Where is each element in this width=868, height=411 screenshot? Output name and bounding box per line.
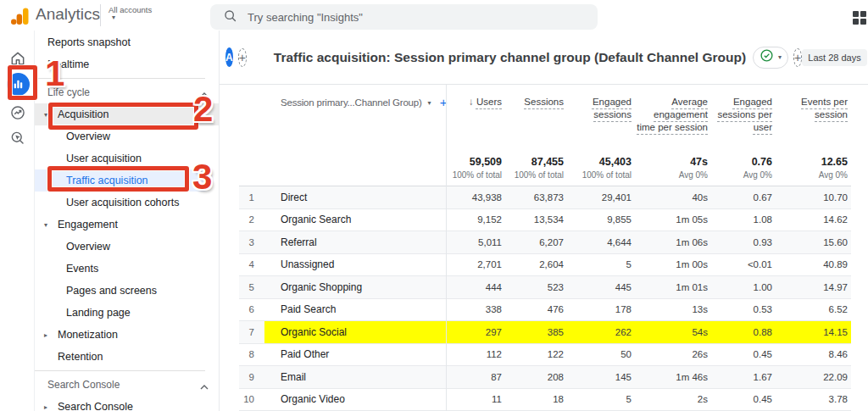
sidebar-item-label: Overview bbox=[66, 241, 110, 253]
sidebar-item-label: Reports snapshot bbox=[47, 36, 131, 48]
report-header: A + Traffic acquisition: Session primary… bbox=[220, 31, 868, 85]
chevron-right-icon[interactable]: ▸ bbox=[44, 331, 47, 339]
metric-value: 5 bbox=[567, 254, 635, 276]
chevron-down-icon[interactable]: ▾ bbox=[44, 221, 47, 229]
sidebar-item-label: Retention bbox=[58, 351, 103, 363]
column-total-value: 0.76 bbox=[711, 156, 772, 168]
column-header-engaged-sessions[interactable]: Engaged sessions45,403100% of total bbox=[567, 85, 635, 186]
metric-value: 122 bbox=[505, 344, 567, 366]
column-header-sessions[interactable]: Sessions87,455100% of total bbox=[505, 85, 567, 186]
explore-icon[interactable] bbox=[8, 129, 27, 147]
sidebar-item-retention[interactable]: Retention bbox=[35, 346, 219, 368]
row-number: 3 bbox=[239, 231, 264, 253]
table-row-organic-search: 2Organic Search9,15213,5349,8551m 05s1.0… bbox=[239, 209, 851, 232]
channel-name: Email bbox=[264, 366, 446, 388]
channel-name: Referral bbox=[264, 231, 446, 253]
sidebar-item-label: Life cycle bbox=[47, 86, 90, 98]
add-report-button[interactable]: + bbox=[793, 48, 802, 67]
sidebar-item-life-cycle[interactable]: Life cycle bbox=[35, 81, 219, 103]
channel-name: Organic Shopping bbox=[264, 276, 446, 298]
metric-value: 0.88 bbox=[711, 321, 776, 343]
table-row-organic-social: 7Organic Social29738526254s0.8814.15 bbox=[239, 321, 851, 344]
search-placeholder: Try searching "Insights" bbox=[248, 11, 363, 24]
reports-icon[interactable] bbox=[7, 73, 30, 96]
traffic-acquisition-table: Session primary...Channel Group) ▾ + ↓ U… bbox=[239, 85, 851, 411]
table-row-paid-search: 6Paid Search33847617813s0.536.52 bbox=[239, 299, 851, 322]
metric-value: 26s bbox=[635, 344, 711, 366]
app-window: Analytics All accounts ▾ Try searching "… bbox=[0, 0, 868, 411]
sidebar-item-engagement[interactable]: ▾Engagement bbox=[35, 214, 219, 236]
row-number: 9 bbox=[239, 366, 264, 388]
metric-value: 0.45 bbox=[711, 344, 776, 366]
column-total-subtext: Avg 0% bbox=[711, 170, 772, 180]
chevron-right-icon[interactable]: ▸ bbox=[44, 403, 47, 411]
metric-value: 40.89 bbox=[776, 254, 851, 276]
sidebar-item-pages-and-screens[interactable]: Pages and screens bbox=[35, 280, 219, 302]
sidebar-item-traffic-acquisition[interactable]: Traffic acquisition bbox=[35, 169, 214, 192]
search-icon bbox=[223, 8, 237, 26]
chevron-down-icon: ▾ bbox=[112, 15, 152, 20]
metric-value: 1m 00s bbox=[635, 254, 711, 276]
column-header-label: Engaged sessions per user bbox=[711, 96, 772, 134]
report-status-dropdown[interactable]: ▾ bbox=[753, 47, 788, 69]
sidebar-item-search-console[interactable]: Search Console bbox=[35, 374, 219, 396]
home-icon[interactable] bbox=[8, 49, 27, 68]
sidebar-item-user-acquisition[interactable]: User acquisition bbox=[35, 147, 219, 169]
metric-value: 5 bbox=[567, 389, 635, 411]
add-comparison-button[interactable]: + bbox=[238, 48, 247, 67]
avatar[interactable]: A bbox=[225, 47, 233, 67]
table-row-referral: 3Referral5,0116,2074,6441m 06s0.9315.60 bbox=[239, 231, 851, 254]
column-header-average-engagement-time-per-session[interactable]: Average engagement time per session47sAv… bbox=[635, 85, 711, 186]
column-header-users[interactable]: ↓ Users59,509100% of total bbox=[446, 85, 505, 186]
column-header-text: Sessions bbox=[524, 97, 564, 107]
column-header-text: Engaged sessions bbox=[593, 97, 632, 119]
nav-divider bbox=[35, 370, 205, 371]
column-header-events-per-session[interactable]: Events per session12.65Avg 0% bbox=[776, 85, 851, 186]
dimension-header-dropdown[interactable]: Session primary...Channel Group) ▾ + bbox=[239, 85, 446, 186]
column-totals: 87,455100% of total bbox=[505, 156, 564, 180]
chevron-up-icon[interactable] bbox=[200, 380, 209, 392]
metric-value: 13s bbox=[635, 299, 711, 321]
google-analytics-logo-icon[interactable] bbox=[10, 6, 31, 30]
sidebar-item-realtime[interactable]: Realtime bbox=[35, 53, 219, 75]
account-switcher[interactable]: All accounts ▾ bbox=[108, 5, 152, 20]
chevron-down-icon: ▾ bbox=[428, 99, 431, 107]
sidebar-item-events[interactable]: Events bbox=[35, 258, 219, 280]
sidebar-item-overview[interactable]: Overview bbox=[35, 236, 219, 258]
metric-value: 0.93 bbox=[711, 231, 776, 253]
sidebar-item-overview[interactable]: Overview bbox=[35, 125, 219, 147]
google-apps-grid-icon[interactable] bbox=[853, 11, 868, 25]
table-row-direct: 1Direct43,93863,87329,40140s0.6710.70 bbox=[239, 186, 851, 209]
column-total-value: 12.65 bbox=[776, 156, 848, 168]
metric-value: 1m 46s bbox=[635, 366, 711, 388]
date-range-picker[interactable]: Last 28 days bbox=[802, 49, 866, 66]
sidebar-item-monetization[interactable]: ▸Monetization bbox=[35, 324, 219, 346]
chevron-up-icon[interactable] bbox=[200, 88, 209, 100]
metric-value: 445 bbox=[567, 276, 635, 298]
column-total-value: 45,403 bbox=[567, 156, 632, 168]
sidebar-item-search-console[interactable]: ▸Search Console bbox=[35, 396, 219, 411]
chevron-down-icon[interactable]: ▾ bbox=[44, 111, 47, 119]
metric-value: 15.60 bbox=[776, 231, 851, 253]
sidebar-item-label: User acquisition cohorts bbox=[66, 197, 179, 208]
sidebar-item-reports-snapshot[interactable]: Reports snapshot bbox=[35, 31, 219, 53]
sidebar-item-label: Traffic acquisition bbox=[66, 175, 148, 186]
top-bar: Analytics All accounts ▾ Try searching "… bbox=[0, 0, 868, 31]
table-row-paid-other: 8Paid Other1121225026s0.458.46 bbox=[239, 344, 851, 367]
advertising-icon[interactable] bbox=[8, 103, 27, 122]
column-header-engaged-sessions-per-user[interactable]: Engaged sessions per user0.76Avg 0% bbox=[711, 85, 776, 186]
table-body: 1Direct43,93863,87329,40140s0.6710.702Or… bbox=[239, 186, 851, 411]
sidebar-item-acquisition[interactable]: ▾Acquisition bbox=[35, 103, 219, 125]
sidebar-item-label: Search Console bbox=[47, 379, 120, 391]
sidebar-item-user-acquisition-cohorts[interactable]: User acquisition cohorts bbox=[35, 192, 219, 214]
sidebar-item-landing-page[interactable]: Landing page bbox=[35, 302, 219, 324]
metric-value: 9,152 bbox=[446, 209, 505, 231]
column-totals: 0.76Avg 0% bbox=[711, 156, 772, 180]
metric-value: 9,855 bbox=[567, 209, 635, 231]
metric-value: 8.46 bbox=[776, 344, 851, 366]
search-input[interactable]: Try searching "Insights" bbox=[210, 4, 598, 30]
row-number: 1 bbox=[239, 186, 264, 208]
metric-value: 11 bbox=[446, 389, 505, 411]
sidebar-item-label: Acquisition bbox=[58, 108, 108, 120]
dimension-header-label: Session primary...Channel Group) bbox=[281, 97, 422, 108]
